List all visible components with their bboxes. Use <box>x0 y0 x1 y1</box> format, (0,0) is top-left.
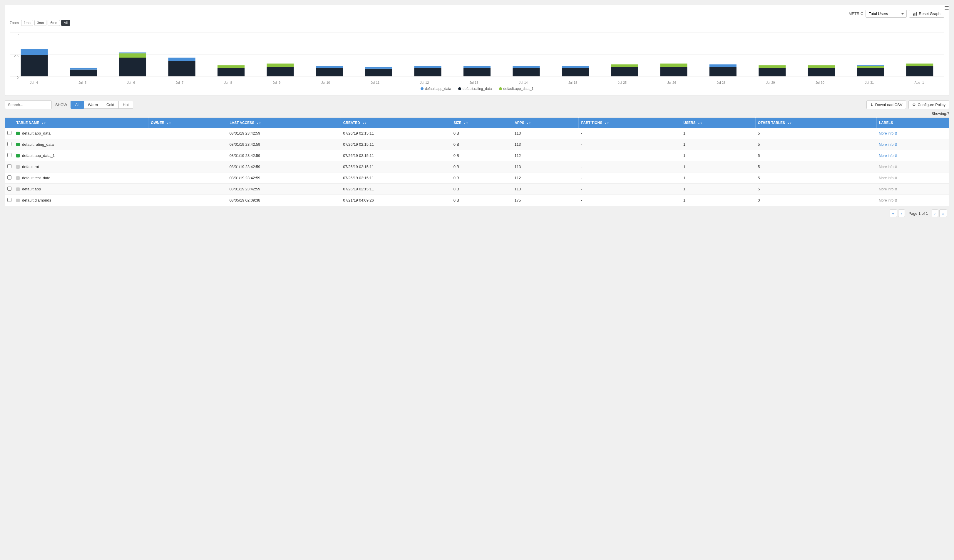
status-dot <box>16 187 20 191</box>
x-axis-label: Jul-18 <box>568 81 577 84</box>
row-table-name-cell: default.app <box>14 184 148 195</box>
more-info-link[interactable]: More info ⧉ <box>879 165 947 169</box>
svg-rect-17 <box>267 67 294 76</box>
row-size-cell: 0 B <box>451 195 512 206</box>
row-users-cell: 1 <box>681 150 755 161</box>
more-info-link[interactable]: More info ⧉ <box>879 187 947 191</box>
row-checkbox[interactable] <box>7 131 11 135</box>
svg-rect-34 <box>660 64 687 67</box>
svg-rect-28 <box>513 66 539 68</box>
external-link-icon: ⧉ <box>895 176 897 180</box>
more-info-link[interactable]: More info ⧉ <box>879 198 947 203</box>
svg-rect-22 <box>365 67 392 69</box>
svg-rect-36 <box>709 64 737 67</box>
row-owner-cell <box>148 195 227 206</box>
download-csv-button[interactable]: ⇓ DownLoad CSV <box>867 101 906 109</box>
svg-rect-31 <box>611 67 638 76</box>
row-labels-cell: More info ⧉ <box>876 173 949 184</box>
row-table-name: default.rat <box>22 165 39 169</box>
col-created[interactable]: CREATED ▲▼ <box>341 118 451 128</box>
row-checkbox[interactable] <box>7 187 11 191</box>
bar-chart-icon <box>913 12 917 16</box>
row-table-name: default.app <box>22 187 41 191</box>
more-info-link[interactable]: More info ⧉ <box>879 176 947 180</box>
zoom-3mo-button[interactable]: 3mo <box>34 20 47 26</box>
row-checkbox[interactable] <box>7 164 11 168</box>
svg-rect-12 <box>119 53 146 53</box>
metric-dropdown[interactable]: Total Users Active Users New Users <box>865 10 907 18</box>
zoom-6mo-button[interactable]: 6mo <box>48 20 60 26</box>
filter-all-button[interactable]: All <box>70 101 83 109</box>
table-row: default.rating_data 08/01/19 23:42:59 07… <box>5 139 949 150</box>
table-row: default.app 08/01/19 23:42:59 07/26/19 0… <box>5 184 949 195</box>
external-link-icon: ⧉ <box>895 187 897 191</box>
svg-rect-35 <box>709 67 737 76</box>
svg-rect-27 <box>513 68 539 76</box>
x-axis-label: Jul-25 <box>618 81 627 84</box>
row-checkbox[interactable] <box>7 176 11 179</box>
row-table-name: default.app_data_1 <box>22 153 55 158</box>
row-other-tables-cell: 5 <box>755 184 876 195</box>
filter-cold-button[interactable]: Cold <box>102 101 119 109</box>
row-table-name-cell: default.diamonds <box>14 195 148 206</box>
row-checkbox-cell <box>5 161 14 173</box>
filter-hot-button[interactable]: Hot <box>119 101 133 109</box>
zoom-1mo-button[interactable]: 1mo <box>21 20 33 26</box>
configure-policy-button[interactable]: ⚙ Configure Policy <box>909 101 949 109</box>
col-last-access[interactable]: LAST ACCESS ▲▼ <box>227 118 341 128</box>
row-checkbox[interactable] <box>7 142 11 146</box>
col-partitions[interactable]: PARTITIONS ▲▼ <box>579 118 681 128</box>
row-checkbox[interactable] <box>7 198 11 202</box>
svg-rect-37 <box>759 68 786 76</box>
search-input[interactable] <box>5 101 52 109</box>
x-axis-label: Jul- 5 <box>78 81 86 84</box>
svg-rect-19 <box>316 68 343 76</box>
status-dot <box>16 176 20 180</box>
row-checkbox-cell <box>5 184 14 195</box>
row-other-tables-cell: 0 <box>755 195 876 206</box>
row-last-access-cell: 08/01/19 23:42:59 <box>227 161 341 173</box>
zoom-all-button[interactable]: All <box>61 20 70 26</box>
first-page-button[interactable]: « <box>890 210 897 217</box>
row-created-cell: 07/26/19 02:15:11 <box>341 128 451 139</box>
row-labels-cell: More info ⧉ <box>876 184 949 195</box>
next-page-button[interactable]: › <box>932 210 938 217</box>
table-row: default.rat 08/01/19 23:42:59 07/26/19 0… <box>5 161 949 173</box>
col-labels[interactable]: LABELS <box>876 118 949 128</box>
row-apps-cell: 112 <box>512 173 578 184</box>
prev-page-button[interactable]: ‹ <box>898 210 905 217</box>
row-checkbox[interactable] <box>7 153 11 157</box>
legend-app-data-1: default.app_data_1 <box>499 87 534 91</box>
reset-graph-button[interactable]: Reset Graph <box>909 10 944 18</box>
x-axis-label: Jul- 4 <box>30 81 38 84</box>
chart-menu-icon[interactable]: ☰ <box>944 5 949 11</box>
col-users[interactable]: USERS ▲▼ <box>681 118 755 128</box>
table-controls-left: SHOW All Warm Cold Hot <box>5 101 133 109</box>
row-owner-cell <box>148 184 227 195</box>
col-size[interactable]: SIZE ▲▼ <box>451 118 512 128</box>
row-labels-cell: More info ⧉ <box>876 161 949 173</box>
zoom-controls: Zoom 1mo 3mo 6mo All <box>10 20 70 26</box>
chart-header: METRIC Total Users Active Users New User… <box>10 10 944 18</box>
row-apps-cell: 113 <box>512 128 578 139</box>
x-axis-label: Jul-12 <box>420 81 429 84</box>
chart-container: 5 2.5 0 Jul- 4Jul- 5Jul- 6Jul- 7Jul- 8Ju… <box>10 30 944 84</box>
last-page-button[interactable]: » <box>939 210 947 217</box>
col-owner[interactable]: OWNER ▲▼ <box>148 118 227 128</box>
row-created-cell: 07/26/19 02:15:11 <box>341 161 451 173</box>
more-info-link[interactable]: More info ⧉ <box>879 153 947 158</box>
filter-warm-button[interactable]: Warm <box>84 101 102 109</box>
col-apps[interactable]: APPS ▲▼ <box>512 118 578 128</box>
row-created-cell: 07/26/19 02:15:11 <box>341 173 451 184</box>
more-info-link[interactable]: More info ⧉ <box>879 131 947 136</box>
col-table-name[interactable]: TABLE NAME ▲▼ <box>14 118 148 128</box>
svg-rect-7 <box>21 49 48 55</box>
svg-rect-38 <box>759 65 786 68</box>
col-other-tables[interactable]: OTHER TABLES ▲▼ <box>755 118 876 128</box>
data-table: TABLE NAME ▲▼ OWNER ▲▼ LAST ACCESS ▲▼ CR… <box>5 118 949 206</box>
row-apps-cell: 113 <box>512 184 578 195</box>
row-partitions-cell: - <box>579 195 681 206</box>
more-info-link[interactable]: More info ⧉ <box>879 142 947 147</box>
row-table-name-cell: default.app_data_1 <box>14 150 148 161</box>
svg-rect-44 <box>906 66 933 76</box>
